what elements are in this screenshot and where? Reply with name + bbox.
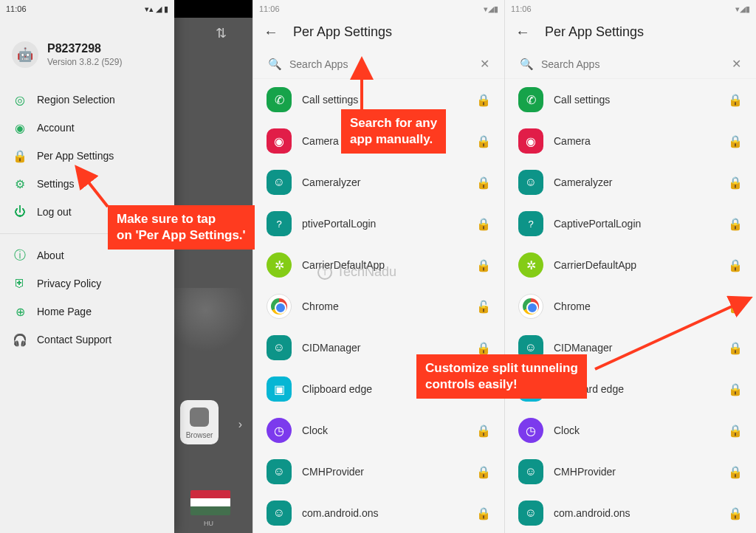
app-icon: ◷ (267, 418, 292, 443)
nav-privacy[interactable]: ⛨ Privacy Policy (0, 269, 174, 298)
nav-label: Privacy Policy (37, 278, 101, 289)
lock-closed-icon[interactable]: 🔒 (728, 258, 743, 272)
app-icon (518, 211, 543, 236)
flag-hungary[interactable] (190, 490, 230, 515)
app-row[interactable]: ◉Camera🔒 (505, 120, 756, 162)
app-name-label: Cameralyzer (302, 176, 466, 188)
search-icon: 🔍 (520, 58, 534, 71)
clear-icon[interactable]: ✕ (480, 57, 489, 71)
app-row[interactable]: ☺CMHProvider🔒 (505, 451, 756, 492)
nav-label: Settings (37, 178, 75, 190)
nav-per-app-settings[interactable]: 🔒 Per App Settings (0, 142, 174, 170)
app-list: ✆Call settings🔒◉Camera🔒☺Cameralyzer🔒Capt… (505, 79, 756, 533)
nav-label: About (37, 250, 64, 261)
chevron-right-icon[interactable]: › (238, 418, 242, 431)
lock-closed-icon[interactable]: 🔒 (476, 176, 491, 190)
lock-closed-icon[interactable]: 🔒 (476, 341, 491, 355)
app-row[interactable]: ptivePortalLogin🔒 (253, 203, 504, 244)
app-icon: ✲ (518, 252, 543, 278)
status-icons: ▾◢▮ (484, 4, 498, 14)
lock-closed-icon[interactable]: 🔒 (476, 506, 491, 520)
callout-line: on 'Per App Settings.' (117, 228, 246, 242)
browser-tile[interactable]: Browser (180, 400, 219, 444)
app-row[interactable]: ☺Cameralyzer🔒 (505, 162, 756, 203)
lock-closed-icon[interactable]: 🔒 (476, 134, 491, 148)
clear-icon[interactable]: ✕ (732, 57, 741, 71)
lock-open-icon[interactable]: 🔓 (476, 300, 491, 314)
app-icon: ▣ (267, 376, 292, 402)
app-icon: ☺ (267, 459, 292, 484)
app-row[interactable]: ✲CarrierDefaultApp🔒 (505, 244, 756, 286)
nav-support[interactable]: 🎧 Contact Support (0, 326, 174, 354)
app-name-label: com.android.ons (554, 507, 718, 519)
app-name-label: CarrierDefaultApp (554, 259, 718, 271)
back-arrow-icon[interactable]: ← (515, 24, 530, 41)
app-icon: ☺ (267, 501, 292, 526)
watermark: T TechNadu (317, 264, 396, 280)
lock-closed-icon[interactable]: 🔒 (728, 134, 743, 148)
callout-line: Make sure to tap (117, 212, 216, 226)
nav-label: Region Selection (37, 94, 115, 106)
app-icon: ✆ (518, 87, 543, 112)
app-icon: ☺ (267, 335, 292, 360)
app-row[interactable]: Chrome🔓 (253, 286, 504, 327)
app-row[interactable]: ◷Clock🔒 (253, 410, 504, 451)
app-row[interactable]: ☺com.android.ons🔒 (505, 492, 756, 533)
app-icon (267, 211, 292, 236)
headset-icon: 🎧 (13, 333, 27, 346)
battery-icon: ▮ (164, 4, 168, 14)
lock-closed-icon[interactable]: 🔒 (728, 424, 743, 438)
app-icon (518, 294, 543, 319)
search-icon: 🔍 (268, 58, 282, 71)
lock-closed-icon[interactable]: 🔒 (728, 465, 743, 479)
app-row[interactable]: ☺CMHProvider🔒 (253, 451, 504, 492)
lock-closed-icon[interactable]: 🔒 (476, 258, 491, 272)
lock-closed-icon[interactable]: 🔒 (728, 93, 743, 107)
lock-open-icon[interactable]: 🔓 (728, 300, 743, 314)
nav-home[interactable]: ⊕ Home Page (0, 298, 174, 326)
app-logo-icon: 🤖 (12, 41, 38, 68)
browser-label: Browser (186, 431, 213, 439)
info-icon: ⓘ (13, 249, 27, 262)
search-input[interactable] (289, 58, 472, 70)
lock-closed-icon[interactable]: 🔒 (728, 341, 743, 355)
nav-settings[interactable]: ⚙ Settings (0, 170, 174, 198)
app-row[interactable]: ☺Cameralyzer🔒 (253, 162, 504, 203)
app-name-label: CIDManager (302, 342, 466, 354)
search-input[interactable] (541, 58, 724, 70)
nav-account[interactable]: ◉ Account (0, 114, 174, 142)
status-icons: ▾▴ ◢ ▮ (145, 4, 168, 14)
back-arrow-icon[interactable]: ← (264, 24, 278, 41)
app-name-label: CaptivePortalLogin (554, 218, 718, 230)
app-row[interactable]: ◷Clock🔒 (505, 410, 756, 451)
app-icon: ◉ (267, 128, 292, 154)
lock-closed-icon[interactable]: 🔒 (476, 93, 491, 107)
lock-closed-icon[interactable]: 🔒 (476, 424, 491, 438)
app-row[interactable]: CaptivePortalLogin🔒 (505, 203, 756, 244)
lock-closed-icon[interactable]: 🔒 (728, 176, 743, 190)
app-icon: ☺ (267, 170, 292, 195)
app-name-label: Call settings (302, 94, 466, 106)
lock-closed-icon[interactable]: 🔒 (476, 217, 491, 231)
status-bar: 11:06 ▾◢▮ (253, 0, 504, 18)
status-time: 11:06 (259, 4, 280, 13)
swap-icon[interactable]: ⇅ (216, 25, 238, 47)
page-title: Per App Settings (545, 24, 644, 40)
globe-icon: ⊕ (13, 305, 27, 318)
app-row[interactable]: Chrome🔓 (505, 286, 756, 327)
status-bar: 11:06 ▾◢▮ (505, 0, 756, 18)
lock-icon: 🔒 (13, 149, 27, 162)
app-row[interactable]: ✆Call settings🔒 (505, 79, 756, 120)
lock-closed-icon[interactable]: 🔒 (476, 465, 491, 479)
annotation-callout-2: Search for any app manually. (341, 109, 446, 154)
nav-region-selection[interactable]: ◎ Region Selection (0, 86, 174, 114)
watermark-icon: T (317, 265, 332, 280)
lock-closed-icon[interactable]: 🔒 (728, 506, 743, 520)
lock-closed-icon[interactable]: 🔒 (728, 382, 743, 396)
panel1-behind: ⇅ Browser › HU (174, 0, 252, 533)
app-row[interactable]: ☺com.android.ons🔒 (253, 492, 504, 533)
app-name-label: CMHProvider (302, 466, 466, 478)
lock-closed-icon[interactable]: 🔒 (728, 217, 743, 231)
gear-icon: ⚙ (13, 177, 27, 190)
nav-label: Per App Settings (37, 150, 114, 162)
